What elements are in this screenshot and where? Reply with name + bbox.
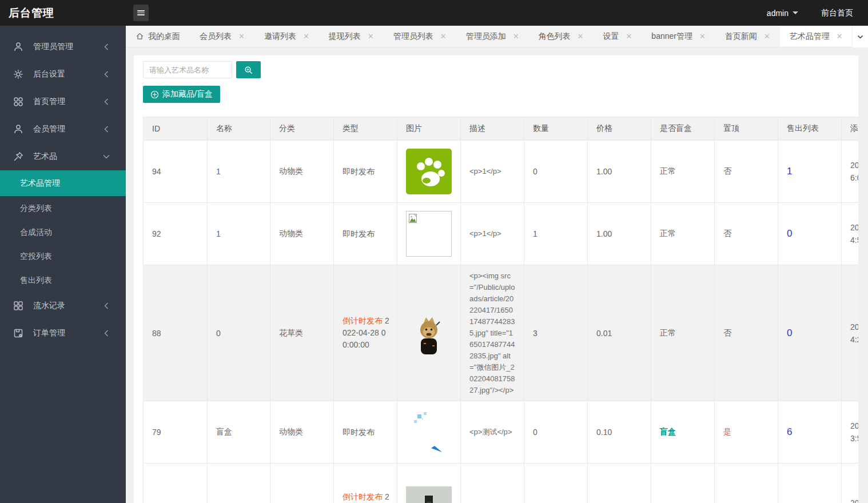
cell-id: 94 <box>144 141 208 203</box>
cell-name: 盲盒 <box>208 401 270 464</box>
cell-category: 动物类 <box>270 141 334 203</box>
tab[interactable]: 管理员列表 ✕ <box>384 26 456 47</box>
sidebar-item-airdrop-list[interactable]: 空投列表 <box>0 244 126 268</box>
cell-description: <p><img src="/Public/uploads/article/202… <box>461 265 524 401</box>
close-icon[interactable]: ✕ <box>238 33 245 40</box>
cell-name: 234 <box>208 464 270 503</box>
cell-description <box>461 464 524 503</box>
cell-blindbox: 盲盒 <box>651 401 715 464</box>
cell-id: 92 <box>144 203 208 265</box>
sold-count-link[interactable]: 1 <box>787 166 792 177</box>
cell-top: 否 <box>715 464 778 503</box>
chevron-left-icon <box>102 42 111 51</box>
sidebar-item-order-manage[interactable]: 订单管理 <box>0 320 126 347</box>
table-row: 79 盲盒 动物类 即时发布 <box>144 401 859 464</box>
sidebar-item-artwork[interactable]: 艺术品 <box>0 143 126 170</box>
sidebar-item-home-manage[interactable]: 首页管理 <box>0 88 126 115</box>
close-icon[interactable]: ✕ <box>513 33 519 40</box>
column-header: 置顶 <box>715 117 778 141</box>
cell-price: 23.00 <box>588 464 651 503</box>
sidebar-item-artwork-manage[interactable]: 艺术品管理 <box>0 170 126 196</box>
sidebar-item-admin-manage[interactable]: 管理员管理 <box>0 33 126 61</box>
close-icon[interactable]: ✕ <box>303 33 309 40</box>
tab[interactable]: 邀请列表 ✕ <box>254 26 319 47</box>
cell-category: 动物类 <box>270 203 334 265</box>
cell-top: 否 <box>715 203 778 265</box>
squares-grid-icon <box>13 300 24 312</box>
column-header: 名称 <box>208 117 270 141</box>
user-icon <box>13 41 24 53</box>
circles-grid-icon <box>13 96 24 107</box>
cell-type: 即时发布 <box>334 203 397 265</box>
sidebar-item-category-list[interactable]: 分类列表 <box>0 196 126 220</box>
sidebar-item-sold-list[interactable]: 售出列表 <box>0 268 126 292</box>
sidebar: 管理员管理 后台设置 首页管理 会员管理 艺术品 艺术品管理 分类列表 合成活动 <box>0 26 126 503</box>
tab[interactable]: 艺术品管理 ✕ <box>780 26 853 47</box>
countdown-label: 倒计时发布 <box>343 492 383 501</box>
sidebar-item-member-manage[interactable]: 会员管理 <box>0 115 126 143</box>
cell-sold: 0 <box>778 265 842 401</box>
tab-label: 邀请列表 <box>264 31 296 42</box>
tab[interactable]: 设置 ✕ <box>593 26 642 47</box>
cell-description: <p>1</p> <box>461 141 524 203</box>
column-header: 售出列表 <box>778 117 842 141</box>
close-icon[interactable]: ✕ <box>837 33 843 40</box>
cell-name: 0 <box>208 265 270 401</box>
sidebar-item-backend-settings[interactable]: 后台设置 <box>0 61 126 88</box>
close-icon[interactable]: ✕ <box>699 33 706 40</box>
sold-count-link[interactable]: 0 <box>787 328 792 338</box>
sold-count-link[interactable]: 6 <box>787 426 792 437</box>
tab-label: 艺术品管理 <box>790 31 830 42</box>
cell-type: 即时发布 <box>334 141 397 203</box>
svg-text:C: C <box>423 424 436 443</box>
frontend-home-link[interactable]: 前台首页 <box>821 8 853 18</box>
column-header: 价格 <box>588 117 651 141</box>
cell-name: 1 <box>208 203 270 265</box>
user-menu[interactable]: admin <box>767 9 798 18</box>
tab-label: banner管理 <box>651 31 692 42</box>
tab-label: 我的桌面 <box>148 31 180 42</box>
close-icon[interactable]: ✕ <box>764 33 770 40</box>
add-collection-button[interactable]: 添加藏品/盲盒 <box>143 86 220 103</box>
sold-count-link[interactable]: 0 <box>787 228 792 239</box>
caret-down-icon <box>793 11 798 17</box>
table-row: 92 1 动物类 即时发布 <box>144 203 859 265</box>
tab[interactable]: 首页新闻 ✕ <box>715 26 780 47</box>
tab-bar: 我的桌面 ✕ 会员列表 ✕ 邀请列表 ✕ 提现列表 ✕ <box>126 26 868 47</box>
cell-added-time: 204:1 <box>842 464 859 503</box>
close-icon[interactable]: ✕ <box>578 33 584 40</box>
tab-label: 管理员添加 <box>466 31 506 42</box>
tab[interactable]: 提现列表 ✕ <box>319 26 384 47</box>
chevron-left-icon <box>102 97 111 106</box>
close-icon[interactable]: ✕ <box>626 33 632 40</box>
cell-id: 78 <box>144 464 208 503</box>
column-header: 图片 <box>397 117 461 141</box>
close-icon[interactable]: ✕ <box>440 33 447 40</box>
tab[interactable]: 管理员添加 ✕ <box>456 26 529 47</box>
sidebar-item-synthesis-activity[interactable]: 合成活动 <box>0 220 126 244</box>
countdown-label: 倒计时发布 <box>343 316 383 325</box>
close-icon[interactable]: ✕ <box>368 33 374 40</box>
cell-sold: 6 <box>778 401 842 464</box>
search-button[interactable] <box>236 61 261 78</box>
tab[interactable]: 会员列表 ✕ <box>190 26 254 47</box>
sidebar-toggle-button[interactable] <box>133 5 149 21</box>
column-header: 数量 <box>524 117 588 141</box>
sidebar-item-flow-records[interactable]: 流水记录 <box>0 292 126 320</box>
user-icon <box>13 123 24 135</box>
cell-id: 88 <box>144 265 208 401</box>
tab[interactable]: banner管理 ✕ <box>642 26 715 47</box>
table-row: 88 0 花草类 倒计时发布 2022-04-28 00:00:00 <box>144 265 859 401</box>
artwork-table: ID 名称 分类 类型 图片 描述 数量 <box>143 117 858 503</box>
cell-quantity: 0 <box>524 141 588 203</box>
tab[interactable]: 我的桌面 ✕ <box>126 26 190 47</box>
search-icon <box>244 65 253 75</box>
home-icon <box>136 32 144 41</box>
artwork-image-monument <box>406 486 452 503</box>
chevron-down-icon <box>857 33 864 41</box>
tabs-more-button[interactable] <box>852 26 868 47</box>
main-content: 添加藏品/盲盒 ID 名称 分类 <box>126 47 868 503</box>
cell-quantity: 0 <box>524 401 588 464</box>
tab[interactable]: 角色列表 ✕ <box>529 26 594 47</box>
search-input[interactable] <box>143 61 232 78</box>
